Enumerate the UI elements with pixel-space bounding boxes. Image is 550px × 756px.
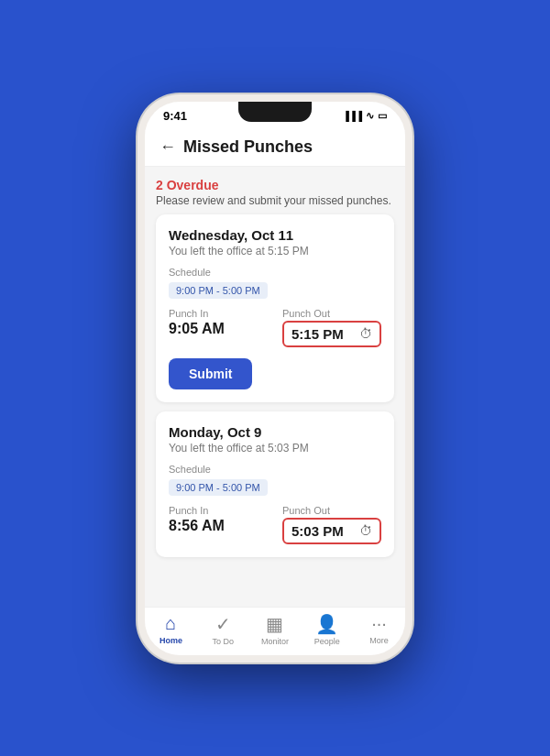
- more-icon: ···: [371, 613, 387, 634]
- people-icon: 👤: [315, 613, 338, 635]
- card-1-punch-row: Punch In 9:05 AM Punch Out 5:15 PM ⏱: [169, 308, 381, 347]
- nav-item-more[interactable]: ··· More: [353, 613, 405, 646]
- card-1-subtitle: You left the office at 5:15 PM: [169, 245, 381, 257]
- card-2-schedule-badge: 9:00 PM - 5:00 PM: [169, 479, 268, 496]
- card-2-punch-in-col: Punch In 8:56 AM: [169, 505, 268, 534]
- card-2-punch-row: Punch In 8:56 AM Punch Out 5:03 PM ⏱: [169, 505, 381, 544]
- nav-item-people[interactable]: 👤 People: [301, 613, 353, 646]
- phone-screen: 9:41 ▐▐▐ ∿ ▭ ← Missed Punches 2 Overdue …: [145, 102, 405, 655]
- card-2-subtitle: You left the office at 5:03 PM: [169, 442, 381, 455]
- card-1-schedule-label: Schedule: [169, 267, 381, 278]
- nav-item-home[interactable]: ⌂ Home: [145, 613, 197, 646]
- nav-label-more: More: [369, 636, 389, 645]
- overdue-count: 2 Overdue: [156, 178, 394, 192]
- card-1-punch-in-label: Punch In: [169, 308, 268, 319]
- status-time: 9:41: [163, 109, 187, 123]
- card-2-punch-out-input[interactable]: 5:03 PM ⏱: [282, 518, 381, 544]
- back-button[interactable]: ←: [160, 137, 176, 157]
- nav-label-todo: To Do: [212, 637, 234, 646]
- nav-label-monitor: Monitor: [261, 637, 289, 646]
- punch-card-1: Wednesday, Oct 11 You left the office at…: [156, 214, 394, 402]
- card-2-punch-out-value: 5:03 PM: [292, 523, 354, 539]
- bottom-nav: ⌂ Home ✓ To Do ▦ Monitor 👤 People ··· Mo…: [145, 607, 405, 655]
- phone-notch: [238, 102, 312, 122]
- card-1-punch-out-input[interactable]: 5:15 PM ⏱: [282, 321, 381, 347]
- card-1-punch-in-value: 9:05 AM: [169, 321, 268, 337]
- card-1-punch-out-col: Punch Out 5:15 PM ⏱: [282, 308, 381, 347]
- card-2-punch-in-value: 8:56 AM: [169, 518, 268, 534]
- punch-card-2: Monday, Oct 9 You left the office at 5:0…: [156, 411, 394, 557]
- phone-frame: 9:41 ▐▐▐ ∿ ▭ ← Missed Punches 2 Overdue …: [138, 94, 412, 663]
- card-2-punch-in-label: Punch In: [169, 505, 268, 516]
- card-1-date: Wednesday, Oct 11: [169, 227, 381, 243]
- content-area: 2 Overdue Please review and submit your …: [145, 167, 405, 607]
- monitor-icon: ▦: [266, 613, 283, 635]
- card-1-schedule-badge: 9:00 PM - 5:00 PM: [169, 282, 268, 299]
- card-2-date: Monday, Oct 9: [169, 424, 381, 440]
- nav-item-monitor[interactable]: ▦ Monitor: [249, 613, 302, 646]
- home-icon: ⌂: [165, 613, 176, 634]
- nav-item-todo[interactable]: ✓ To Do: [197, 613, 249, 646]
- card-1-punch-out-value: 5:15 PM: [292, 326, 354, 342]
- clock-icon-1: ⏱: [359, 326, 372, 341]
- card-2-schedule-label: Schedule: [169, 464, 381, 475]
- page-title: Missed Punches: [183, 137, 313, 157]
- todo-icon: ✓: [215, 613, 231, 635]
- nav-label-home: Home: [160, 636, 182, 645]
- wifi-icon: ∿: [366, 110, 374, 122]
- app-header: ← Missed Punches: [145, 126, 405, 167]
- signal-icon: ▐▐▐: [343, 111, 362, 121]
- card-1-punch-out-label: Punch Out: [282, 308, 381, 319]
- nav-label-people: People: [314, 637, 340, 646]
- clock-icon-2: ⏱: [359, 523, 372, 538]
- card-1-punch-in-col: Punch In 9:05 AM: [169, 308, 268, 337]
- submit-button-1[interactable]: Submit: [169, 358, 252, 389]
- status-icons: ▐▐▐ ∿ ▭: [343, 110, 387, 122]
- overdue-subtitle: Please review and submit your missed pun…: [156, 194, 394, 207]
- card-2-punch-out-col: Punch Out 5:03 PM ⏱: [282, 505, 381, 544]
- card-2-punch-out-label: Punch Out: [282, 505, 381, 516]
- overdue-banner: 2 Overdue Please review and submit your …: [156, 178, 394, 207]
- battery-icon: ▭: [378, 110, 387, 122]
